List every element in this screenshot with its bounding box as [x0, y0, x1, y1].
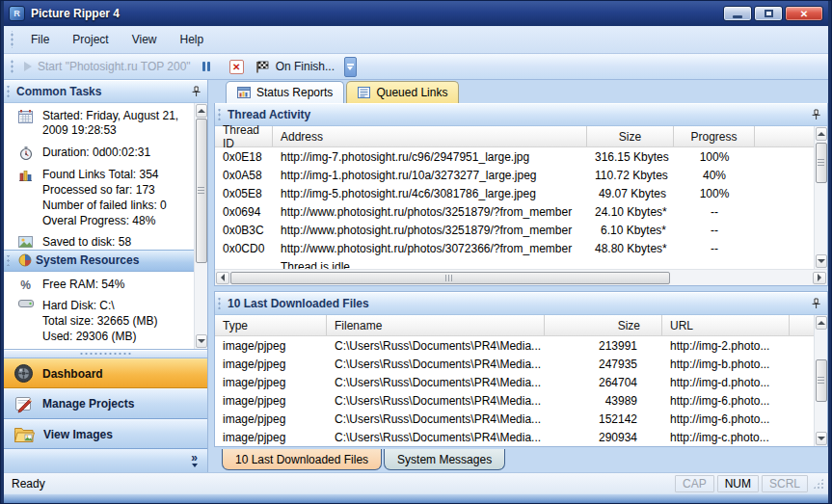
- table-row[interactable]: image/pjpegC:\Users\Russ\Documents\PR4\M…: [215, 428, 827, 446]
- table-cell: http://www.photosight.ru/photos/3251879/…: [273, 205, 587, 219]
- nav-manage-projects[interactable]: Manage Projects: [4, 388, 207, 419]
- sidebar-splitter[interactable]: [4, 350, 207, 358]
- drag-grip-icon[interactable]: [217, 109, 222, 120]
- table-cell: http://www.photosight.ru/photos/3251879/…: [273, 224, 587, 237]
- scrollbar-thumb[interactable]: [816, 143, 827, 183]
- column-header[interactable]: Thread ID: [215, 126, 273, 146]
- scroll-up-button[interactable]: [816, 127, 827, 141]
- table-row[interactable]: image/pjpegC:\Users\Russ\Documents\PR4\M…: [215, 410, 827, 428]
- thread-activity-table: Thread IDAddressSizeProgress 0x0E18http:…: [215, 126, 827, 269]
- common-tasks-panel: Started: Friday, August 21, 2009 19:28:5…: [4, 103, 207, 350]
- toolbar-overflow-button[interactable]: [344, 57, 357, 77]
- table-cell: C:\Users\Russ\Documents\PR4\Media...: [327, 339, 545, 353]
- tab-bottom-downloaded-files[interactable]: 10 Last Downloaded Files: [222, 449, 382, 470]
- manage-projects-icon: [13, 394, 34, 413]
- scroll-up-button[interactable]: [816, 316, 827, 330]
- table-cell: image/pjpeg: [215, 394, 327, 408]
- scroll-down-button[interactable]: [816, 254, 827, 268]
- drag-grip-icon[interactable]: [10, 31, 14, 48]
- on-finish-label: On Finish...: [276, 60, 335, 73]
- table-row[interactable]: 0x0B3Chttp://www.photosight.ru/photos/32…: [215, 221, 827, 239]
- menu-file[interactable]: File: [20, 30, 60, 49]
- nav-dashboard[interactable]: Dashboard: [4, 358, 207, 389]
- scrollbar-thumb[interactable]: [230, 272, 670, 284]
- table-cell: image/pjpeg: [215, 339, 327, 353]
- menu-project[interactable]: Project: [62, 30, 119, 49]
- menu-view[interactable]: View: [121, 30, 168, 49]
- sidebar-scrollbar[interactable]: [194, 103, 207, 349]
- num-lock-indicator: NUM: [717, 475, 759, 492]
- system-resources-header[interactable]: System Resources: [4, 250, 194, 272]
- tab-status-reports-label: Status Reports: [256, 86, 333, 99]
- stopwatch-icon: [17, 146, 34, 160]
- start-button[interactable]: Start "Photosight.ru TOP 200": [18, 58, 197, 75]
- hard-disk-icon: [17, 299, 34, 307]
- tab-queued-links-label: Queued Links: [376, 86, 447, 99]
- column-header[interactable]: Address: [273, 126, 587, 146]
- table-row[interactable]: image/pjpegC:\Users\Russ\Documents\PR4\M…: [215, 355, 827, 373]
- table-row[interactable]: 0x0CD0http://www.photosight.ru/photos/30…: [215, 239, 827, 257]
- on-finish-button[interactable]: On Finish...: [250, 58, 340, 75]
- column-header[interactable]: Size: [587, 126, 674, 146]
- downloaded-files-panel: 10 Last Downloaded Files TypeFilenameSiz…: [214, 291, 828, 447]
- table-row[interactable]: image/pjpegC:\Users\Russ\Documents\PR4\M…: [215, 373, 827, 391]
- table-row[interactable]: 0x0E18http://img-7.photosight.ru/c96/294…: [215, 147, 827, 166]
- pin-button[interactable]: [811, 109, 821, 120]
- table-row[interactable]: 0x0A58http://img-1.photosight.ru/10a/327…: [215, 166, 827, 184]
- stat-links-text: Found Links Total: 354 Processed so far:…: [42, 168, 167, 228]
- menu-help[interactable]: Help: [170, 30, 215, 49]
- close-button[interactable]: ✕: [785, 6, 823, 21]
- maximize-button[interactable]: [754, 6, 783, 21]
- scroll-down-button[interactable]: [816, 432, 827, 445]
- calendar-icon: [17, 109, 34, 123]
- scrollbar-thumb[interactable]: [196, 119, 207, 263]
- picture-icon: [17, 235, 34, 248]
- column-header[interactable]: Filename: [327, 315, 545, 335]
- triangle-down-icon: [818, 259, 825, 263]
- table-row[interactable]: image/pjpegC:\Users\Russ\Documents\PR4\M…: [215, 391, 827, 410]
- drag-grip-icon[interactable]: [217, 298, 222, 309]
- window-title: Picture Ripper 4: [31, 7, 120, 20]
- files-table-scrollbar[interactable]: [814, 315, 827, 446]
- drag-grip-icon[interactable]: [10, 59, 14, 74]
- table-cell: 6.10 Kbytes*: [587, 224, 674, 237]
- scroll-left-button[interactable]: [216, 272, 229, 284]
- thread-table-scrollbar[interactable]: [814, 126, 827, 269]
- scroll-right-button[interactable]: [813, 272, 826, 284]
- table-row[interactable]: image/pjpegC:\Users\Russ\Documents\PR4\M…: [215, 336, 827, 355]
- thread-table-hscrollbar[interactable]: [215, 269, 827, 285]
- table-cell: image/pjpeg: [215, 431, 327, 444]
- nav-view-images[interactable]: View Images: [4, 419, 207, 450]
- table-row[interactable]: 0x0694http://www.photosight.ru/photos/32…: [215, 202, 827, 221]
- column-header[interactable]: Progress: [674, 126, 755, 146]
- pin-button[interactable]: [191, 86, 201, 97]
- table-cell: C:\Users\Russ\Documents\PR4\Media...: [327, 431, 545, 444]
- nav-more-buttons[interactable]: »: [4, 449, 207, 472]
- table-row[interactable]: 0x05E8http://img-5.photosight.ru/4c6/308…: [215, 184, 827, 202]
- column-header[interactable]: Type: [215, 315, 327, 335]
- pin-button[interactable]: [811, 298, 821, 309]
- table-cell: http://www.photosight.ru/photos/3072366/…: [273, 242, 587, 255]
- scroll-lock-indicator: SCRL: [762, 475, 808, 492]
- menu-bar: File Project View Help: [4, 26, 828, 54]
- column-header[interactable]: Size: [545, 315, 662, 335]
- table-row[interactable]: Thread is idle: [215, 257, 827, 269]
- scrollbar-thumb[interactable]: [816, 359, 827, 402]
- resize-grip-icon[interactable]: [813, 478, 824, 490]
- table-cell: http://img-d.photo...: [662, 376, 790, 389]
- main-area: Status Reports Queued Links Thread Activ…: [208, 80, 828, 472]
- tab-status-reports[interactable]: Status Reports: [226, 81, 344, 103]
- stop-button[interactable]: ✕: [224, 58, 250, 76]
- tab-queued-links[interactable]: Queued Links: [346, 81, 459, 103]
- thread-table-header: Thread IDAddressSizeProgress: [215, 126, 827, 147]
- column-header[interactable]: URL: [662, 315, 790, 335]
- table-cell: 0x05E8: [215, 187, 273, 200]
- drag-grip-icon[interactable]: [6, 86, 11, 97]
- minimize-button[interactable]: [723, 6, 752, 21]
- pin-icon: [811, 109, 821, 120]
- tab-bottom-system-messages[interactable]: System Messages: [384, 449, 505, 470]
- scroll-down-button[interactable]: [196, 334, 207, 348]
- app-icon: R: [9, 6, 25, 21]
- scroll-up-button[interactable]: [196, 104, 207, 118]
- pause-button[interactable]: [197, 60, 216, 73]
